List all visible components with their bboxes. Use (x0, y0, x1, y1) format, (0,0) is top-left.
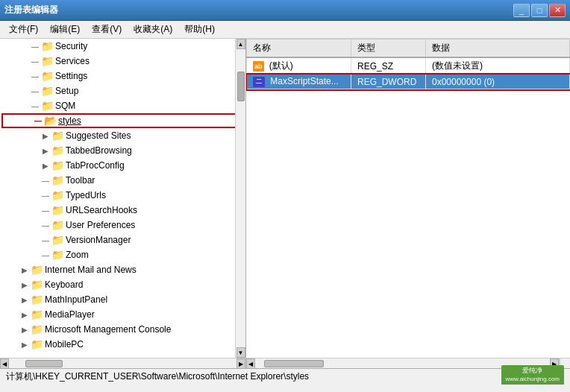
col-name[interactable]: 名称 (247, 39, 351, 58)
folder-icon: 📁 (51, 235, 63, 245)
horizontal-scrollbar[interactable]: ◀ ▶ ◀ ▶ (0, 358, 570, 368)
expander-icon: — (30, 41, 40, 51)
tree-label: Toolbar (66, 175, 95, 186)
minimize-button[interactable]: _ (513, 4, 530, 17)
tree-item-keyboard[interactable]: ▶ 📁 Keyboard (0, 277, 245, 292)
tree-item-suggested[interactable]: ▶ 📁 Suggested Sites (0, 128, 245, 143)
reg-data-default: (数值未设置) (426, 57, 570, 75)
dword-icon: 二 (253, 77, 265, 87)
menu-file[interactable]: 文件(F) (3, 22, 44, 37)
registry-row-default[interactable]: ab (默认) REG_SZ (数值未设置) (247, 57, 570, 75)
col-data[interactable]: 数据 (426, 39, 570, 58)
tree-label: styles (58, 116, 81, 126)
tree-item-settings[interactable]: — 📁 Settings (0, 69, 245, 83)
tree-item-services[interactable]: — 📁 Services (0, 54, 245, 69)
status-bar: 计算机\HKEY_CURRENT_USER\Software\Microsoft… (0, 368, 570, 385)
h-scroll-right-thumb[interactable] (264, 360, 324, 367)
reg-type-maxscript: REG_DWORD (351, 75, 426, 89)
menu-edit[interactable]: 编辑(E) (44, 22, 86, 37)
tree-item-user-prefs[interactable]: — 📁 User Preferences (0, 218, 245, 233)
expander-icon: — (30, 56, 40, 66)
reg-name-maxscript: 二 MaxScriptState... (247, 75, 351, 89)
tree-item-internet-mail[interactable]: ▶ 📁 Internet Mail and News (0, 262, 245, 277)
h-scroll-right-left-btn[interactable]: ◀ (246, 358, 255, 369)
registry-row-maxscript[interactable]: 二 MaxScriptState... REG_DWORD 0x00000000… (247, 75, 570, 89)
watermark-url: www.aichunjing.com (506, 376, 560, 383)
tree-label: SQM (55, 101, 75, 111)
reg-type-default: REG_SZ (351, 57, 426, 75)
expander-icon: ▶ (19, 339, 30, 350)
tree-item-url-search[interactable]: — 📁 URLSearchHooks (0, 203, 245, 218)
reg-name-default: ab (默认) (247, 57, 351, 75)
menu-view[interactable]: 查看(V) (86, 22, 128, 37)
expander-icon: ▶ (40, 130, 51, 141)
expander-icon: — (40, 175, 51, 186)
tree-item-tabproc[interactable]: ▶ 📁 TabProcConfig (0, 158, 245, 173)
tree-panel[interactable]: — 📁 Security — 📁 Services — 📁 Settings —… (0, 39, 246, 358)
tree-item-sqm[interactable]: — 📁 SQM (0, 98, 245, 113)
expander-icon: ▶ (40, 145, 51, 156)
tree-label: MediaPlayer (45, 309, 95, 320)
folder-icon: 📁 (51, 205, 63, 215)
tree-item-mmc[interactable]: ▶ 📁 Microsoft Management Console (0, 322, 245, 337)
tree-item-setup[interactable]: — 📁 Setup (0, 83, 245, 98)
window-controls: _ □ ✕ (513, 4, 566, 17)
expander-icon: ▶ (19, 265, 30, 275)
maximize-button[interactable]: □ (531, 4, 548, 17)
expander-icon: — (40, 250, 51, 260)
expander-icon: ▶ (19, 324, 30, 335)
tree-label: Suggested Sites (66, 130, 131, 141)
folder-icon-open: 📂 (44, 116, 56, 126)
tree-label: TabProcConfig (66, 160, 125, 171)
status-text: 计算机\HKEY_CURRENT_USER\Software\Microsoft… (6, 370, 309, 383)
expander-icon: — (30, 71, 40, 81)
registry-empty-area (246, 89, 570, 358)
folder-icon: 📁 (51, 190, 63, 200)
folder-icon: 📁 (41, 56, 53, 66)
folder-icon: 📁 (51, 220, 63, 230)
folder-icon: 📁 (51, 160, 63, 171)
tree-label: MobilePC (45, 339, 84, 350)
expander-icon: — (30, 101, 40, 111)
tree-item-zoom[interactable]: — 📁 Zoom (0, 247, 245, 262)
menu-help[interactable]: 帮助(H) (178, 22, 221, 37)
right-panel: 名称 类型 数据 ab (默认) REG_SZ (数值未设置) (246, 39, 570, 358)
tree-label: Settings (55, 71, 87, 81)
folder-icon: 📁 (31, 294, 43, 305)
h-scroll-right-btn[interactable]: ▶ (237, 358, 245, 369)
expander-icon: — (40, 220, 51, 230)
menu-favorites[interactable]: 收藏夹(A) (128, 22, 178, 37)
h-scroll-thumb[interactable] (25, 360, 63, 367)
main-layout: — 📁 Security — 📁 Services — 📁 Settings —… (0, 39, 570, 358)
tree-item-media-player[interactable]: ▶ 📁 MediaPlayer (0, 307, 245, 322)
tree-label: Zoom (66, 250, 89, 260)
expander-icon: ▶ (19, 294, 30, 305)
tree-label: MathInputPanel (45, 294, 107, 305)
folder-icon: 📁 (31, 324, 43, 335)
close-button[interactable]: ✕ (549, 4, 566, 17)
expander-icon: — (33, 116, 43, 126)
tree-item-math-input[interactable]: ▶ 📁 MathInputPanel (0, 292, 245, 307)
tree-scrollbar[interactable]: ▲ ▼ (235, 39, 245, 358)
tree-item-mobile-pc[interactable]: ▶ 📁 MobilePC (0, 337, 245, 352)
col-type[interactable]: 类型 (351, 39, 426, 58)
h-scroll-left-btn[interactable]: ◀ (0, 358, 9, 369)
expander-icon: ▶ (40, 160, 51, 171)
ab-icon: ab (253, 61, 264, 72)
expander-icon: — (40, 235, 51, 245)
tree-label: Setup (55, 86, 78, 96)
folder-icon: 📁 (41, 41, 53, 51)
tree-item-tabbed[interactable]: ▶ 📁 TabbedBrowsing (0, 143, 245, 158)
tree-item-toolbar[interactable]: — 📁 Toolbar (0, 173, 245, 188)
expander-icon: — (30, 86, 40, 96)
tree-item-styles[interactable]: — 📂 styles (1, 113, 244, 128)
tree-item-typed-urls[interactable]: — 📁 TypedUrls (0, 188, 245, 203)
folder-icon: 📁 (41, 101, 53, 111)
window-title: 注册表编辑器 (4, 4, 58, 16)
folder-icon: 📁 (41, 71, 53, 81)
tree-label: VersionManager (66, 235, 131, 245)
tree-item-security[interactable]: — 📁 Security (0, 39, 245, 54)
tree-label: TypedUrls (66, 190, 106, 200)
folder-icon: 📁 (41, 86, 53, 96)
tree-item-version-mgr[interactable]: — 📁 VersionManager (0, 233, 245, 247)
